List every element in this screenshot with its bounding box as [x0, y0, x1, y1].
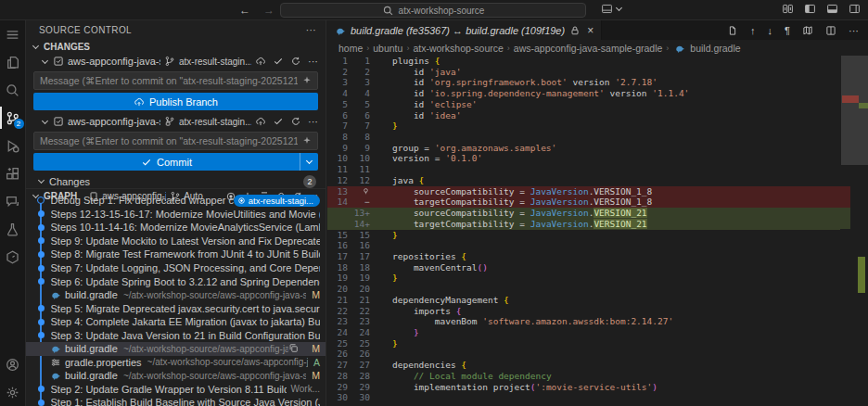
code-line[interactable]: 1818 mavenCentral() — [327, 262, 840, 273]
code-line[interactable]: 77} — [327, 121, 840, 132]
graph-file-row[interactable]: build.gradle~/atx-workshop-source/aws-ap… — [26, 342, 326, 356]
breadcrumb-item[interactable]: atx-workshop-source — [413, 43, 503, 54]
code-line[interactable]: 2121dependencyManagement { — [327, 295, 840, 306]
toggle-secondary-sidebar-icon[interactable] — [849, 3, 861, 15]
graph-commit-row[interactable]: Step 6: Update Spring Boot to 3.2.12 and… — [26, 274, 326, 288]
next-change-icon[interactable]: ↓ — [768, 25, 773, 36]
copy-icon[interactable] — [288, 343, 299, 355]
graph-file-row[interactable]: build.gradle~/atx-workshop-source/aws-ap… — [26, 369, 326, 383]
changes-tree-row[interactable]: Changes 2 — [26, 174, 326, 188]
close-icon[interactable]: × — [587, 24, 594, 37]
settings-icon[interactable] — [0, 378, 26, 406]
sparkle-icon[interactable] — [301, 135, 317, 146]
toggle-sidebar-icon[interactable] — [804, 3, 816, 15]
code-line[interactable]: 2020 — [327, 284, 840, 295]
commit-message-input[interactable] — [34, 135, 301, 146]
graph-commit-row[interactable]: Debug Step 1: Fix deprecated wrapper con… — [26, 194, 326, 208]
toggle-panel-icon[interactable] — [826, 3, 838, 15]
minimap[interactable] — [840, 56, 868, 406]
code-line[interactable]: 1919} — [327, 273, 840, 284]
graph-commit-row[interactable]: Steps 10-11-14-16: Modernize MovieAnalyt… — [26, 221, 326, 235]
code-line[interactable]: 44 id 'io.spring.dependency-management' … — [327, 88, 840, 99]
graph-commit-row[interactable]: Step 4: Complete Jakarta EE Migration (j… — [26, 315, 326, 329]
menu-icon[interactable] — [0, 20, 26, 48]
code-line[interactable]: 2727dependencies { — [327, 360, 840, 371]
graph-file-row[interactable]: gradle.properties~/atx-workshop-source/a… — [26, 356, 326, 370]
publish-cloud-icon[interactable] — [255, 56, 266, 67]
code-line[interactable]: 22 id 'java' — [327, 67, 840, 78]
graph-commit-row[interactable]: Steps 12-13-15-16-17: Modernize MovieUti… — [26, 208, 326, 222]
customize-layout-icon[interactable] — [782, 3, 794, 15]
publish-branch-button[interactable]: Publish Branch — [33, 93, 318, 110]
code-line[interactable]: 2828 // Local module dependency — [327, 371, 840, 382]
breadcrumb-item[interactable]: ubuntu — [373, 43, 402, 54]
split-editor-icon[interactable] — [825, 25, 836, 36]
publish-cloud-icon[interactable] — [255, 116, 266, 127]
editor-tab[interactable]: build.gradle (fe35367) ↔ build.gradle (1… — [327, 20, 602, 40]
more-actions-icon[interactable]: ··· — [308, 116, 318, 127]
code-line[interactable]: 88 — [327, 132, 840, 143]
graph-commit-row[interactable]: Step 8: Migrate Test Framework from JUni… — [26, 247, 326, 261]
source-control-icon[interactable]: 2 — [0, 104, 26, 132]
refresh-icon[interactable] — [290, 56, 301, 67]
code-line[interactable]: 2222 imports { — [327, 306, 840, 317]
chat-icon[interactable] — [0, 187, 26, 215]
code-line-added[interactable]: 14+ targetCompatibility = JavaVersion.VE… — [327, 219, 840, 230]
breadcrumb-item[interactable]: home — [338, 43, 363, 54]
account-icon[interactable] — [0, 350, 26, 378]
open-file-icon[interactable] — [727, 25, 738, 36]
code-line[interactable]: 1010version = '0.1.0' — [327, 153, 840, 164]
branch-label[interactable]: atx-result-stagin... — [179, 117, 251, 127]
code-line[interactable]: 33 id 'org.springframework.boot' version… — [327, 77, 840, 88]
more-actions-icon[interactable]: ··· — [308, 56, 318, 67]
changes-section-header[interactable]: CHANGES — [26, 39, 326, 54]
map-icon[interactable] — [802, 25, 813, 36]
graph-commit-row[interactable]: Step 1: Establish Build Baseline with So… — [26, 396, 326, 406]
customize-layout-dropdown[interactable] — [601, 3, 623, 15]
graph-commit-row[interactable]: Step 2: Update Gradle Wrapper to Version… — [26, 383, 326, 397]
graph-commit-row[interactable]: Step 9: Update Mockito to Latest Version… — [26, 235, 326, 248]
branch-label[interactable]: atx-result-stagin... — [179, 57, 251, 67]
graph-commit-row[interactable]: Step 7: Update Logging, JSON Processing,… — [26, 261, 326, 275]
code-line[interactable]: 2525} — [327, 338, 840, 349]
explorer-icon[interactable] — [0, 48, 26, 76]
nav-back-icon[interactable]: ← — [239, 4, 250, 17]
code-line[interactable]: 1616 — [327, 240, 840, 251]
commit-button[interactable]: Commit — [33, 153, 300, 171]
code-line[interactable]: 2323 mavenBom 'software.amazon.awssdk:bo… — [327, 316, 840, 327]
code-line[interactable]: 1717repositories { — [327, 251, 840, 262]
code-area[interactable]: 11plugins {22 id 'java'33 id 'org.spring… — [327, 56, 868, 406]
code-line-removed[interactable]: 13 sourceCompatibility = JavaVersion.VER… — [327, 186, 840, 197]
command-center-search[interactable]: atx-workshop-source — [280, 3, 586, 18]
code-line[interactable]: 66 id 'idea' — [327, 110, 840, 121]
code-line[interactable]: 1515} — [327, 230, 840, 241]
extensions-icon[interactable] — [0, 159, 26, 187]
code-line-removed[interactable]: 14− targetCompatibility = JavaVersion.VE… — [327, 197, 840, 208]
graph-commit-row[interactable]: Step 3: Update Java Version to 21 in Bui… — [26, 328, 326, 342]
commit-check-icon[interactable] — [273, 56, 284, 67]
commit-check-icon[interactable] — [273, 116, 284, 127]
code-line[interactable]: 3030 — [327, 392, 840, 403]
repo-row-maven[interactable]: aws-appconfig-java-sample-maven atx-resu… — [26, 114, 326, 129]
graph-commit-row[interactable]: Step 5: Migrate Deprecated javax.securit… — [26, 301, 326, 315]
lightbulb-icon[interactable] — [348, 186, 372, 197]
code-line[interactable]: 1212java { — [327, 175, 840, 186]
search-icon[interactable] — [0, 76, 26, 104]
sparkle-icon[interactable] — [301, 75, 317, 86]
nav-forward-icon[interactable]: → — [263, 4, 274, 17]
refresh-icon[interactable] — [290, 116, 301, 127]
more-actions-icon[interactable]: ··· — [849, 25, 859, 36]
branch-pill-badge[interactable]: atx-result-stagi... — [234, 195, 320, 207]
commit-dropdown-button[interactable] — [300, 153, 318, 171]
code-line[interactable]: 2626 — [327, 349, 840, 360]
code-line[interactable]: 2929 implementation project(':movie-serv… — [327, 382, 840, 393]
previous-change-icon[interactable]: ↑ — [750, 25, 756, 36]
testing-icon[interactable] — [0, 215, 26, 243]
breadcrumb-item[interactable]: build.gradle — [690, 43, 740, 54]
code-line-added[interactable]: 13+ sourceCompatibility = JavaVersion.VE… — [327, 208, 840, 219]
commit-message-input[interactable] — [34, 75, 301, 86]
minimap-slider[interactable] — [841, 56, 868, 165]
repo-row-gradle[interactable]: aws-appconfig-java-sample-gradle atx-res… — [26, 54, 326, 69]
code-line[interactable]: 1111 — [327, 164, 840, 175]
code-line[interactable]: 99group = 'org.amazonaws.samples' — [327, 143, 840, 154]
